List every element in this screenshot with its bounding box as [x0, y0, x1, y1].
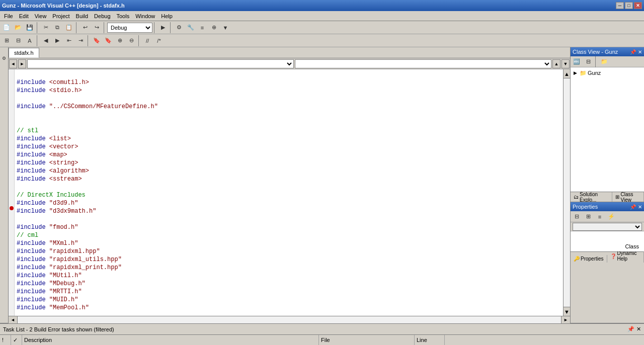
- tb2-7[interactable]: ⇥: [75, 35, 86, 46]
- tb2-2[interactable]: ⊟: [13, 35, 24, 46]
- menu-debug[interactable]: Debug: [91, 12, 113, 20]
- tb2-4[interactable]: ◀: [40, 35, 51, 46]
- nav-scope-combo[interactable]: [27, 59, 294, 68]
- tab-bar: stdafx.h: [9, 47, 570, 58]
- task-list-title: Task List - 2 Build Error tasks shown (f…: [3, 326, 114, 332]
- paste-btn[interactable]: 📋: [63, 22, 74, 33]
- bookmark4[interactable]: ⊖: [126, 35, 137, 46]
- tb2-1[interactable]: ⊞: [1, 35, 12, 46]
- class-tree[interactable]: ▶ 📁 Gunz: [571, 67, 644, 192]
- extra4[interactable]: ⊕: [208, 22, 219, 33]
- code-content[interactable]: #include <comutil.h> #include <stdio.h> …: [15, 69, 563, 316]
- extra3[interactable]: ≡: [197, 22, 208, 33]
- horiz-scrollbar[interactable]: ◄ ►: [9, 316, 570, 323]
- class-view-title: Class View - Gunz: [573, 49, 618, 55]
- code-editor[interactable]: #include <comutil.h> #include <stdio.h> …: [9, 69, 570, 316]
- props-content: Class: [571, 231, 644, 251]
- menu-file[interactable]: File: [1, 12, 16, 20]
- menu-help[interactable]: Help: [158, 12, 176, 20]
- solution-explorer-tab[interactable]: 🗂 Solution Explo...: [571, 192, 612, 202]
- menu-tools[interactable]: Tools: [114, 12, 133, 20]
- tb2-6[interactable]: ⇤: [63, 35, 74, 46]
- props-tb1[interactable]: ⊟: [571, 211, 582, 222]
- menu-view[interactable]: View: [32, 12, 50, 20]
- sep3: [104, 22, 106, 33]
- sidebar-toggle[interactable]: ⚙: [0, 48, 8, 68]
- menu-window[interactable]: Window: [132, 12, 158, 20]
- task-column-headers: ! ✓ Description File Line: [0, 335, 644, 345]
- nav-member-combo[interactable]: [295, 59, 551, 68]
- redo-btn[interactable]: ↪: [91, 22, 102, 33]
- props-bottom-icon: 🔑: [574, 256, 580, 262]
- tb2-5[interactable]: ▶: [52, 35, 63, 46]
- cv-sort-btn[interactable]: 🔤: [571, 56, 582, 67]
- nav-right-arrow[interactable]: ►: [18, 59, 26, 68]
- task-pin[interactable]: 📌: [627, 326, 634, 332]
- nav-scroll-down[interactable]: ▼: [561, 59, 570, 68]
- new-btn[interactable]: 📄: [1, 22, 12, 33]
- nav-scroll-up[interactable]: ▲: [552, 59, 560, 68]
- task-list-header: Task List - 2 Build Error tasks shown (f…: [0, 324, 644, 335]
- class-view-tab[interactable]: ⊞ Class View: [612, 192, 644, 202]
- col-description: Description: [22, 335, 319, 345]
- task-close[interactable]: ✕: [636, 326, 641, 332]
- bookmark2[interactable]: 🔖: [103, 35, 114, 46]
- line-marker: [9, 69, 15, 316]
- comment1[interactable]: //: [142, 35, 153, 46]
- menu-build[interactable]: Build: [73, 12, 91, 20]
- class-view-header: Class View - Gunz 📌 ✕: [571, 47, 644, 56]
- class-label-text: Class: [625, 243, 639, 249]
- sep5: [170, 22, 172, 33]
- right-panel: Class View - Gunz 📌 ✕ 🔤 ⊟ 📁 ▶ 📁 Gunz 🗂 S…: [570, 47, 644, 323]
- bottom-panel: Task List - 2 Build Error tasks shown (f…: [0, 323, 644, 345]
- debug-combo[interactable]: Debug: [107, 23, 152, 33]
- scroll-up-arrow[interactable]: ▲: [564, 69, 570, 78]
- bookmark1[interactable]: 🔖: [91, 35, 102, 46]
- extra5[interactable]: ▼: [220, 22, 231, 33]
- sep2: [76, 22, 78, 33]
- properties-panel: Properties 📌 ✕ ⊟ ⊞ ≡ ⚡ Class: [571, 202, 644, 323]
- bookmark3[interactable]: ⊕: [114, 35, 125, 46]
- copy-btn[interactable]: ⧉: [52, 22, 63, 33]
- properties-bottom-tab[interactable]: 🔑 Properties: [571, 255, 607, 263]
- cv-collapse-btn[interactable]: ⊟: [583, 56, 594, 67]
- code-scrollbar[interactable]: ▲ ▼: [563, 69, 570, 316]
- class-view-pin[interactable]: 📌: [630, 49, 636, 55]
- properties-header: Properties 📌 ✕: [571, 202, 644, 211]
- props-close[interactable]: ✕: [638, 204, 642, 210]
- undo-btn[interactable]: ↩: [79, 22, 91, 33]
- solution-tabs: 🗂 Solution Explo... ⊞ Class View: [571, 192, 644, 202]
- save-btn[interactable]: 💾: [24, 22, 35, 33]
- folder-icon: 📁: [580, 70, 587, 76]
- props-tb4[interactable]: ⚡: [606, 211, 617, 222]
- class-view-close[interactable]: ✕: [638, 49, 642, 55]
- menu-edit[interactable]: Edit: [16, 12, 32, 20]
- nav-left-arrow[interactable]: ◄: [9, 59, 17, 68]
- open-btn[interactable]: 📂: [13, 22, 24, 33]
- props-tb2[interactable]: ⊞: [583, 211, 594, 222]
- minimize-button[interactable]: ─: [616, 2, 624, 9]
- props-select[interactable]: [573, 223, 642, 231]
- close-button[interactable]: ✕: [634, 2, 642, 9]
- build-btn[interactable]: ▶: [157, 22, 169, 33]
- extra1[interactable]: ⚙: [174, 22, 185, 33]
- extra2[interactable]: 🔧: [185, 22, 196, 33]
- comment2[interactable]: /*: [153, 35, 165, 46]
- scroll-down-arrow[interactable]: ▼: [564, 307, 570, 316]
- tab-stdafx[interactable]: stdafx.h: [9, 48, 39, 58]
- tb2-3[interactable]: A: [24, 35, 35, 46]
- toolbar-row-2: ⊞ ⊟ A ◀ ▶ ⇤ ⇥ 🔖 🔖 ⊕ ⊖ // /*: [0, 34, 644, 47]
- props-bottom-tabs: 🔑 Properties ❓ Dynamic Help: [571, 251, 644, 263]
- scroll-right-arrow[interactable]: ►: [561, 316, 570, 323]
- menu-project[interactable]: Project: [49, 12, 72, 20]
- tree-item-gunz[interactable]: ▶ 📁 Gunz: [572, 68, 643, 77]
- tree-expand-icon: ▶: [574, 70, 580, 75]
- cv-new-btn[interactable]: 📁: [599, 56, 610, 67]
- sep4: [154, 22, 156, 33]
- props-pin[interactable]: 📌: [630, 204, 636, 210]
- maximize-button[interactable]: □: [625, 2, 633, 9]
- props-dropdown[interactable]: [571, 222, 644, 231]
- cut-btn[interactable]: ✂: [40, 22, 51, 33]
- props-tb3[interactable]: ≡: [594, 211, 605, 222]
- scroll-left-arrow[interactable]: ◄: [9, 316, 18, 323]
